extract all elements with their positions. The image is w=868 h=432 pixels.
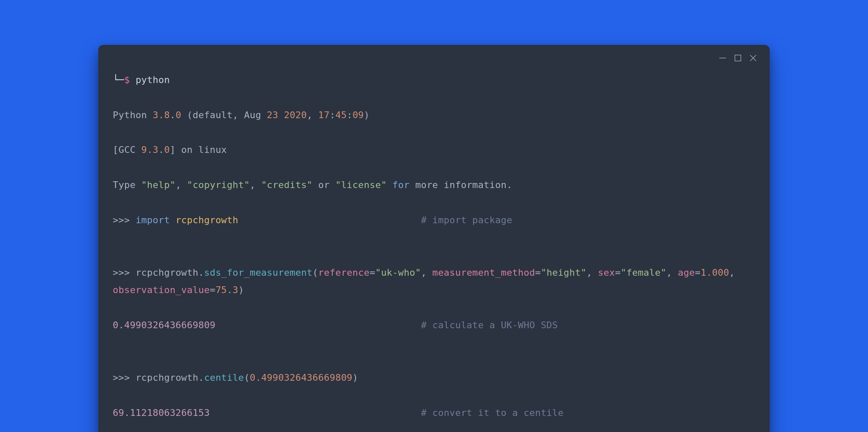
comment-import: # import package — [421, 215, 512, 225]
repl-prompt: >>> — [113, 267, 136, 278]
terminal-output[interactable]: └─$ python Python 3.8.0 (default, Aug 23… — [113, 71, 755, 421]
svg-rect-1 — [735, 55, 741, 61]
python-banner-line-3: Type "help", "copyright", "credits" or "… — [113, 176, 755, 194]
result-value: 69.11218063266153 — [113, 407, 210, 418]
comment-result-2: # convert it to a centile — [421, 407, 564, 418]
repl-call-1-line: >>> rcpchgrowth.sds_for_measurement(refe… — [113, 264, 755, 299]
repl-import-line: >>> import rcpchgrowth # import package — [113, 211, 755, 229]
repl-prompt: >>> — [113, 215, 136, 225]
repl-call-2-line: >>> rcpchgrowth.centile(0.49903264366698… — [113, 369, 755, 386]
python-banner-line-2: [GCC 9.3.0] on linux — [113, 141, 755, 158]
prompt-corner: └─ — [113, 75, 124, 85]
result-value: 0.4990326436669809 — [113, 320, 215, 330]
prompt-dollar: $ — [124, 75, 130, 85]
minimize-icon[interactable] — [719, 54, 726, 62]
terminal-window: └─$ python Python 3.8.0 (default, Aug 23… — [98, 45, 770, 432]
maximize-icon[interactable] — [734, 54, 742, 62]
window-controls — [719, 54, 757, 62]
comment-result-1: # calculate a UK-WHO SDS — [421, 320, 558, 330]
shell-prompt-line: └─$ python — [113, 71, 755, 89]
shell-command: python — [136, 75, 170, 85]
repl-result-1-line: 0.4990326436669809 # calculate a UK-WHO … — [113, 316, 755, 334]
python-banner-line-1: Python 3.8.0 (default, Aug 23 2020, 17:4… — [113, 106, 755, 124]
repl-prompt: >>> — [113, 372, 136, 383]
close-icon[interactable] — [749, 54, 757, 62]
repl-result-2-line: 69.11218063266153 # convert it to a cent… — [113, 404, 755, 421]
